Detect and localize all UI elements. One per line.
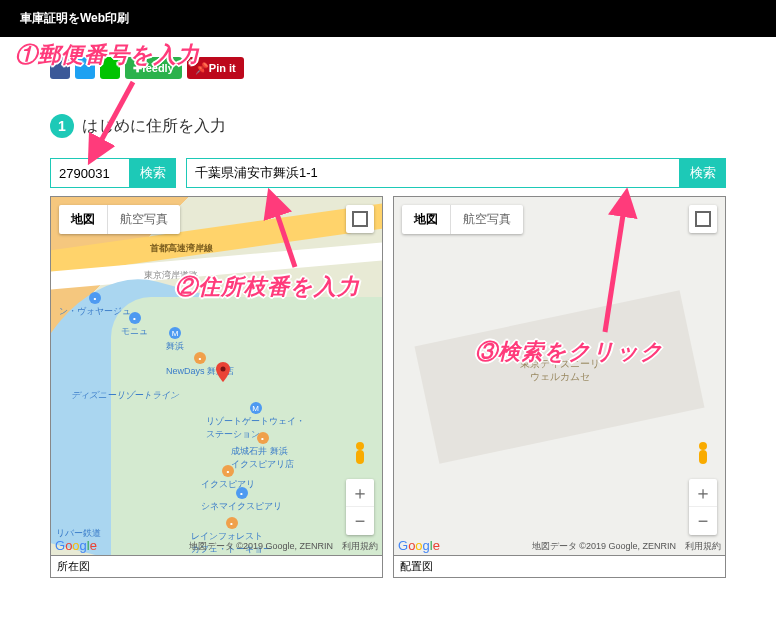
map-tab-map-left[interactable]: 地図 — [59, 205, 108, 234]
step-number-badge: 1 — [50, 114, 74, 138]
annotation-1: ①郵便番号を入力 — [15, 40, 200, 70]
addr-group: 検索 — [186, 158, 726, 188]
fullscreen-icon — [695, 211, 711, 227]
google-logo-left: Google — [55, 538, 97, 553]
zip-group: 検索 — [50, 158, 176, 188]
poi-resort-line: ディズニーリゾートライン — [71, 389, 179, 402]
map-type-control-right: 地図 航空写真 — [402, 205, 523, 234]
poi-station: M舞浜 — [166, 327, 184, 353]
arrow-3-icon — [595, 197, 635, 337]
map-label-right: 配置図 — [393, 556, 726, 578]
map-tab-sat-left[interactable]: 航空写真 — [108, 205, 180, 234]
pinit-label: Pin it — [209, 62, 236, 74]
annotation-2: ②住所枝番を入力 — [175, 272, 360, 302]
fullscreen-icon — [352, 211, 368, 227]
svg-rect-4 — [699, 450, 707, 464]
zip-input[interactable] — [50, 158, 130, 188]
map-label-left: 所在図 — [50, 556, 383, 578]
svg-line-7 — [605, 202, 625, 332]
svg-point-0 — [221, 367, 226, 372]
svg-line-6 — [273, 202, 295, 267]
arrow-2-icon — [265, 197, 305, 272]
svg-rect-2 — [356, 450, 364, 464]
map-type-control-left: 地図 航空写真 — [59, 205, 180, 234]
map-attribution-left: 地図データ ©2019 Google, ZENRIN 利用規約 — [189, 540, 378, 553]
google-logo-right: Google — [398, 538, 440, 553]
zoom-in-left[interactable]: ＋ — [346, 479, 374, 507]
arrow-1-icon — [85, 77, 145, 162]
zoom-controls-left: ＋ − — [346, 479, 374, 535]
fullscreen-button-left[interactable] — [346, 205, 374, 233]
header: 車庫証明をWeb印刷 — [0, 0, 776, 37]
annotation-3: ③検索をクリック — [475, 337, 664, 367]
road-label-expressway: 首都高速湾岸線 — [150, 242, 213, 255]
map-attribution-right: 地図データ ©2019 Google, ZENRIN 利用規約 — [532, 540, 721, 553]
map-right-col: 東京ディズニーリ ウェルカムセ 地図 航空写真 ＋ − Google 地図データ… — [393, 196, 726, 578]
fullscreen-button-right[interactable] — [689, 205, 717, 233]
map-left-col: 首都高速湾岸線 東京湾岸道路 •ン・ヴォヤージュ •モニュ M舞浜 •NewDa… — [50, 196, 383, 578]
zoom-in-right[interactable]: ＋ — [689, 479, 717, 507]
step-title: 1 はじめに住所を入力 — [50, 114, 726, 138]
map-tab-sat-right[interactable]: 航空写真 — [451, 205, 523, 234]
map-right[interactable]: 東京ディズニーリ ウェルカムセ 地図 航空写真 ＋ − Google 地図データ… — [393, 196, 726, 556]
zoom-out-left[interactable]: − — [346, 507, 374, 535]
address-search-button[interactable]: 検索 — [680, 158, 726, 188]
pegman-left[interactable] — [348, 440, 372, 470]
address-input[interactable] — [186, 158, 680, 188]
map-left[interactable]: 首都高速湾岸線 東京湾岸道路 •ン・ヴォヤージュ •モニュ M舞浜 •NewDa… — [50, 196, 383, 556]
zoom-controls-right: ＋ − — [689, 479, 717, 535]
poi-monu: •モニュ — [121, 312, 148, 338]
pegman-right[interactable] — [691, 440, 715, 470]
input-row: 検索 検索 — [50, 158, 726, 188]
svg-line-5 — [95, 82, 133, 152]
map-marker-icon — [216, 362, 230, 385]
poi-cinema: •シネマイクスピアリ — [201, 487, 282, 513]
content: ✚ feedly 📌 Pin it 1 はじめに住所を入力 検索 検索 首都高速… — [0, 37, 776, 598]
svg-point-1 — [356, 442, 364, 450]
map-tab-map-right[interactable]: 地図 — [402, 205, 451, 234]
svg-point-3 — [699, 442, 707, 450]
zoom-out-right[interactable]: − — [689, 507, 717, 535]
zip-search-button[interactable]: 検索 — [130, 158, 176, 188]
header-title: 車庫証明をWeb印刷 — [20, 11, 129, 25]
